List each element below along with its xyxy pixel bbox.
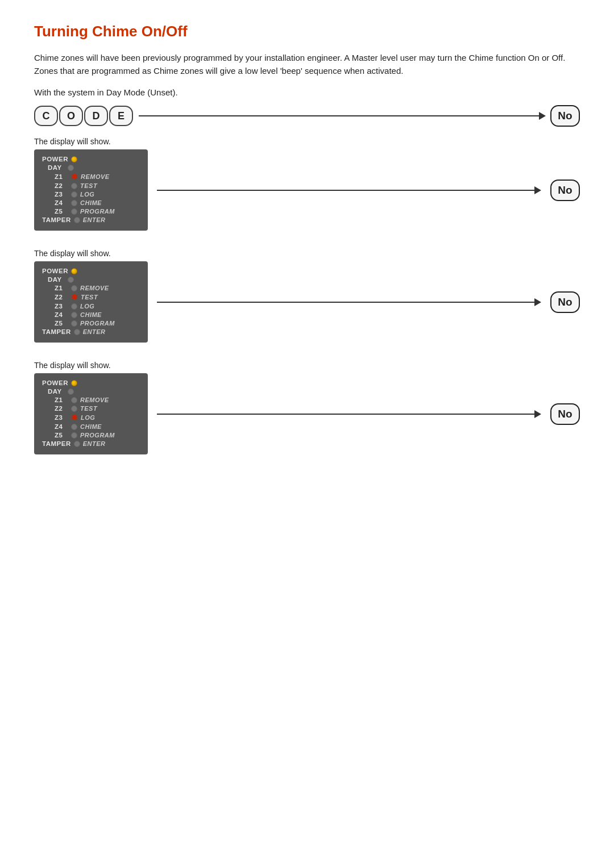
zone-text: CHIME xyxy=(80,311,102,318)
key-c[interactable]: C xyxy=(34,106,58,126)
key-d[interactable]: D xyxy=(84,106,108,126)
led-on xyxy=(71,268,77,274)
panel-row-label: TAMPER xyxy=(42,328,71,335)
display-section-3: The display will show. POWERDAYZ1REMOVEZ… xyxy=(34,361,580,454)
key-e[interactable]: E xyxy=(109,106,133,126)
zone-text: CHIME xyxy=(80,199,102,206)
panel-arrow-1 xyxy=(157,186,541,194)
panel-2: POWERDAYZ1REMOVEZ2✱TESTZ3LOGZ4CHIMEZ5PRO… xyxy=(34,261,148,343)
panel-arrow-2 xyxy=(157,298,541,306)
key-no-panel-3[interactable]: No xyxy=(550,403,580,425)
panel-row-label: POWER xyxy=(42,268,68,274)
panel-row-label: DAY xyxy=(48,388,65,395)
panel-row-label: Z1 xyxy=(55,173,68,180)
zone-text: ENTER xyxy=(83,440,106,447)
zone-text: PROGRAM xyxy=(80,432,115,439)
panel-row: Z3LOG xyxy=(42,303,140,310)
panel-row: DAY xyxy=(42,164,140,171)
panel-row: Z4CHIME xyxy=(42,423,140,430)
led-on xyxy=(71,380,77,386)
led-off xyxy=(71,303,77,310)
zone-text: ENTER xyxy=(83,328,106,335)
led-off xyxy=(74,329,80,335)
panel-row-label: Z4 xyxy=(55,311,68,318)
panel-row: TAMPERENTER xyxy=(42,328,140,335)
panel-row-label: TAMPER xyxy=(42,216,71,223)
zone-text: ENTER xyxy=(83,216,106,223)
intro-text: Chime zones will have been previously pr… xyxy=(34,52,580,77)
panel-row: Z2TEST xyxy=(42,182,140,189)
active-zone-icon: ✱ xyxy=(71,414,78,422)
zone-text: LOG xyxy=(80,191,94,198)
led-off xyxy=(71,406,77,412)
display-label-1: The display will show. xyxy=(34,137,580,146)
zone-text: LOG xyxy=(80,303,94,310)
panel-row: Z3LOG xyxy=(42,191,140,198)
led-off xyxy=(71,191,77,198)
led-off xyxy=(71,320,77,327)
panel-row-label: Z4 xyxy=(55,199,68,206)
led-off xyxy=(68,277,74,283)
panel-row: POWER xyxy=(42,156,140,162)
key-no-panel-1[interactable]: No xyxy=(550,180,580,201)
panel-row-label: Z3 xyxy=(55,303,68,310)
panel-row-label: Z1 xyxy=(55,285,68,291)
panel-row-label: Z5 xyxy=(55,432,68,439)
panel-row: Z1REMOVE xyxy=(42,285,140,291)
panel-row-label: Z2 xyxy=(55,182,68,189)
display-section-2: The display will show. POWERDAYZ1REMOVEZ… xyxy=(34,249,580,343)
zone-text: PROGRAM xyxy=(80,208,115,215)
panel-row: Z3✱LOG xyxy=(42,414,140,422)
panel-row: POWER xyxy=(42,268,140,274)
panel-row-label: Z4 xyxy=(55,423,68,430)
zone-text: LOG xyxy=(81,414,95,421)
panel-row: TAMPERENTER xyxy=(42,440,140,447)
page-title: Turning Chime On/Off xyxy=(34,23,580,40)
panel-row: DAY xyxy=(42,276,140,283)
zone-text: REMOVE xyxy=(80,285,109,291)
key-o[interactable]: O xyxy=(59,106,83,126)
led-off xyxy=(74,441,80,447)
panel-row-label: Z2 xyxy=(55,405,68,412)
led-off xyxy=(68,389,74,395)
zone-text: CHIME xyxy=(80,423,102,430)
panel-row-label: DAY xyxy=(48,164,65,171)
zone-text: TEST xyxy=(81,294,98,301)
display-section-1: The display will show. POWERDAYZ1✱REMOVE… xyxy=(34,137,580,231)
panel-row: Z5PROGRAM xyxy=(42,208,140,215)
panel-row: Z2TEST xyxy=(42,405,140,412)
active-zone-icon: ✱ xyxy=(71,293,78,301)
led-off xyxy=(71,285,77,291)
panel-row: POWER xyxy=(42,379,140,386)
led-off xyxy=(74,217,80,223)
led-off xyxy=(71,397,77,403)
panel-arrow-3 xyxy=(157,410,541,418)
key-no-1[interactable]: No xyxy=(550,105,580,127)
led-on xyxy=(71,156,77,162)
led-off xyxy=(71,200,77,206)
zone-text: REMOVE xyxy=(81,173,110,180)
panel-row-label: DAY xyxy=(48,276,65,283)
led-off xyxy=(71,208,77,215)
day-mode-text: With the system in Day Mode (Unset). xyxy=(34,87,580,97)
panel-row-label: POWER xyxy=(42,379,68,386)
panel-row: DAY xyxy=(42,388,140,395)
panel-row-label: Z3 xyxy=(55,191,68,198)
panel-3: POWERDAYZ1REMOVEZ2TESTZ3✱LOGZ4CHIMEZ5PRO… xyxy=(34,373,148,454)
panel-row-label: Z2 xyxy=(55,294,68,301)
panel-row: Z5PROGRAM xyxy=(42,320,140,327)
key-no-panel-2[interactable]: No xyxy=(550,291,580,313)
panel-row-label: POWER xyxy=(42,156,68,162)
active-zone-icon: ✱ xyxy=(71,173,78,181)
display-label-2: The display will show. xyxy=(34,249,580,258)
panel-row: Z1✱REMOVE xyxy=(42,173,140,181)
panel-row: TAMPERENTER xyxy=(42,216,140,223)
sequence-arrow xyxy=(139,112,546,120)
led-off xyxy=(71,424,77,430)
panel-row-label: Z1 xyxy=(55,397,68,403)
panel-row-label: Z5 xyxy=(55,208,68,215)
led-off xyxy=(71,312,77,318)
panel-row: Z2✱TEST xyxy=(42,293,140,301)
led-off xyxy=(68,165,74,171)
panel-row-label: Z3 xyxy=(55,414,68,421)
